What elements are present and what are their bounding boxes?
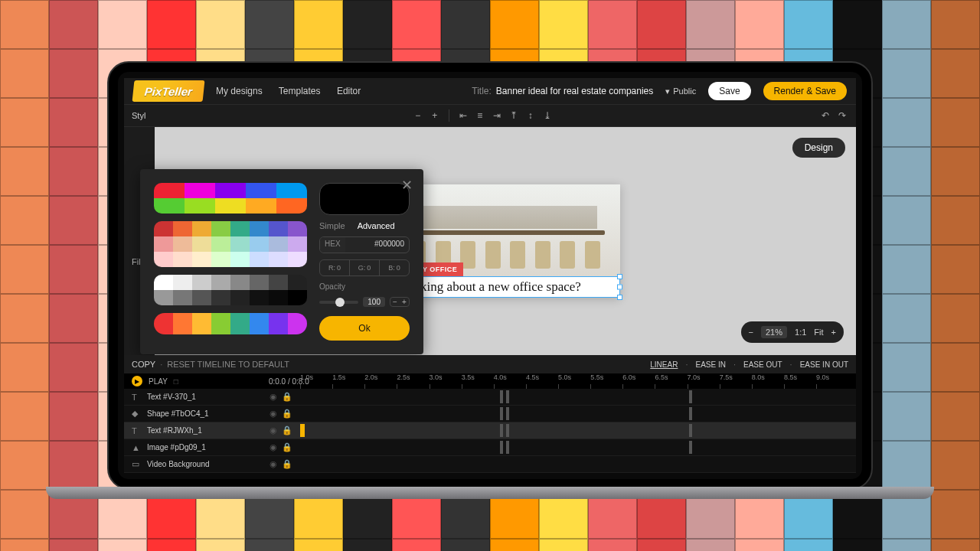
- track-type-icon: ▲: [132, 443, 142, 452]
- visibility-toggle[interactable]: ▾ Public: [665, 86, 696, 96]
- close-icon[interactable]: ✕: [401, 177, 413, 194]
- color-picker-popup: ✕: [140, 169, 423, 354]
- timeline-track[interactable]: ◆Shape #TbOC4_1◉🔒: [124, 406, 856, 422]
- zoom-out-button[interactable]: −: [749, 328, 753, 337]
- track-label: Text #V-370_1: [147, 393, 196, 401]
- zoom-fit-button[interactable]: Fit: [814, 328, 823, 337]
- align-top-icon[interactable]: ⤒: [508, 109, 520, 122]
- main-nav: My designs Templates Editor: [216, 86, 374, 96]
- lock-icon[interactable]: 🔒: [282, 409, 292, 419]
- easing-ease-in-out[interactable]: EASE IN OUT: [800, 360, 848, 369]
- nav-templates[interactable]: Templates: [279, 86, 321, 96]
- align-right-icon[interactable]: ⇥: [491, 109, 503, 122]
- opacity-value[interactable]: 100: [363, 297, 385, 307]
- color-palettes: [154, 183, 307, 341]
- play-button[interactable]: ▶: [132, 376, 142, 386]
- align-left-icon[interactable]: ⇤: [457, 109, 469, 122]
- palette-accent[interactable]: [154, 313, 307, 334]
- r-label: R:: [328, 264, 335, 272]
- rgb-inputs[interactable]: R:0 G:0 B:0: [319, 259, 410, 276]
- current-color-swatch: [319, 183, 410, 215]
- tab-advanced[interactable]: Advanced: [358, 221, 395, 230]
- hex-label: HEX: [320, 237, 345, 253]
- hex-input[interactable]: HEX #000000: [319, 236, 410, 253]
- g-value[interactable]: 0: [367, 264, 371, 272]
- design-button[interactable]: Design: [792, 138, 845, 158]
- palette-swatches[interactable]: [154, 221, 307, 267]
- align-center-h-icon[interactable]: ≡: [474, 109, 486, 122]
- title-value[interactable]: Banner ideal for real estate companies: [496, 86, 653, 96]
- track-label: Video Background: [147, 460, 210, 468]
- resize-handle-br[interactable]: [617, 295, 622, 300]
- palette-grays[interactable]: [154, 275, 307, 305]
- zoom-controls: − 21% 1:1 Fit +: [741, 321, 844, 343]
- brand-logo[interactable]: PixTeller: [132, 80, 205, 102]
- palette-gradient[interactable]: [154, 183, 307, 214]
- easing-ease-out[interactable]: EASE OUT: [743, 360, 782, 369]
- tab-simple[interactable]: Simple: [319, 221, 345, 230]
- zoom-value[interactable]: 21%: [761, 326, 787, 338]
- easing-linear[interactable]: LINEAR: [650, 360, 678, 369]
- timeline-track[interactable]: TText #RJWXh_1◉🔒: [124, 422, 856, 439]
- save-button[interactable]: Save: [708, 82, 750, 100]
- resize-handle-tr[interactable]: [617, 274, 622, 279]
- design-canvas[interactable]: FIND MY OFFICE Thinking about a new offi…: [390, 184, 620, 298]
- track-type-icon: ▭: [132, 459, 142, 469]
- topbar: PixTeller My designs Templates Editor Ti…: [124, 78, 856, 104]
- eye-icon[interactable]: ◉: [270, 442, 277, 452]
- render-save-button[interactable]: Render & Save: [763, 82, 847, 100]
- r-value[interactable]: 0: [337, 264, 341, 272]
- lock-icon[interactable]: 🔒: [282, 459, 292, 469]
- opacity-slider[interactable]: [319, 301, 358, 304]
- reset-timeline-button[interactable]: RESET TIMELINE TO DEFAULT: [167, 360, 289, 369]
- lock-icon[interactable]: 🔒: [282, 425, 292, 435]
- timeline-toolbar: COPY · RESET TIMELINE TO DEFAULT LINEAR·…: [124, 355, 856, 373]
- track-label: Text #RJWXh_1: [147, 426, 202, 435]
- align-middle-icon[interactable]: ↕: [524, 109, 537, 122]
- g-label: G:: [358, 264, 366, 272]
- easing-ease-in[interactable]: EASE IN: [695, 360, 725, 369]
- toolbar: Styl − + ⇤ ≡ ⇥ ⤒ ↕ ⤓ ↶ ↷: [124, 104, 856, 127]
- caret-down-icon: ▾: [665, 86, 670, 96]
- hex-value[interactable]: #000000: [345, 237, 409, 253]
- eye-icon[interactable]: ◉: [270, 425, 277, 435]
- eye-icon[interactable]: ◉: [270, 459, 277, 469]
- lock-icon[interactable]: 🔒: [282, 392, 292, 402]
- b-label: B:: [388, 264, 395, 272]
- track-type-icon: T: [132, 426, 142, 435]
- title-label: Title:: [472, 86, 492, 96]
- headline-text-selected[interactable]: Thinking about a new office space?: [390, 276, 620, 298]
- sidepanel-style-label: Styl: [132, 111, 145, 120]
- undo-icon[interactable]: ↶: [819, 109, 831, 122]
- plus-icon[interactable]: +: [429, 109, 441, 122]
- headline-text-content: Thinking about a new office space?: [396, 279, 581, 294]
- canvas-hero-image[interactable]: FIND MY OFFICE: [390, 184, 620, 276]
- stop-icon[interactable]: □: [174, 377, 178, 386]
- nav-my-designs[interactable]: My designs: [216, 86, 263, 96]
- zoom-in-button[interactable]: +: [831, 328, 836, 337]
- opacity-label: Opacity: [319, 282, 410, 291]
- minus-icon[interactable]: −: [412, 109, 424, 122]
- timeline-track[interactable]: ▲Image #pDg09_1◉🔒: [124, 439, 856, 456]
- ok-button[interactable]: Ok: [319, 316, 410, 341]
- track-label: Image #pDg09_1: [147, 443, 206, 452]
- track-type-icon: ◆: [132, 409, 142, 419]
- eye-icon[interactable]: ◉: [270, 409, 277, 419]
- slider-thumb[interactable]: [335, 298, 345, 307]
- lock-icon[interactable]: 🔒: [282, 442, 292, 452]
- resize-handle-right[interactable]: [617, 284, 622, 289]
- time-ruler[interactable]: 1.0s1.5s2.0s2.5s3.0s3.5s4.0s4.5s5.0s5.5s…: [300, 373, 848, 389]
- eye-icon[interactable]: ◉: [270, 392, 277, 402]
- copy-button[interactable]: COPY: [132, 360, 155, 369]
- zoom-1to1-button[interactable]: 1:1: [795, 328, 806, 337]
- align-bottom-icon[interactable]: ⤓: [541, 109, 554, 122]
- visibility-label: Public: [673, 86, 696, 96]
- redo-icon[interactable]: ↷: [836, 109, 848, 122]
- timeline-track[interactable]: ▭Video Background◉🔒: [124, 456, 856, 473]
- opacity-stepper[interactable]: −+: [390, 297, 410, 307]
- play-label: PLAY: [149, 377, 168, 386]
- timeline-track[interactable]: TText #V-370_1◉🔒: [124, 389, 856, 406]
- nav-editor[interactable]: Editor: [337, 86, 361, 96]
- b-value[interactable]: 0: [397, 264, 400, 272]
- timeline-tracks: TText #V-370_1◉🔒◆Shape #TbOC4_1◉🔒TText #…: [124, 389, 856, 473]
